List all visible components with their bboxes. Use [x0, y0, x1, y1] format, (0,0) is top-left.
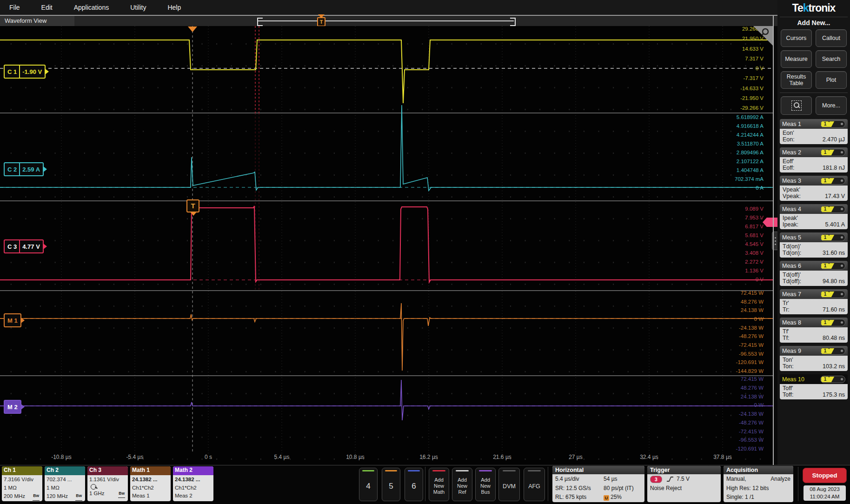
overview-bracket-left[interactable]	[257, 18, 263, 26]
source-channel-pill[interactable]: 1	[820, 262, 845, 270]
side-button[interactable]: Results Table	[781, 71, 812, 89]
measurement-badge[interactable]: Meas 7 1 Tr' Tr:71.60 ns	[780, 289, 848, 314]
overview-track[interactable]	[258, 20, 514, 21]
menu-file[interactable]: File	[9, 4, 20, 11]
measurement-body[interactable]: Ton' Ton:103.2 ns	[780, 356, 848, 371]
expand-dot-icon	[841, 208, 843, 210]
source-channel-pill[interactable]: 1	[820, 319, 845, 326]
bandwidth-icon: Bw	[33, 492, 40, 501]
overview-bracket-right[interactable]	[510, 18, 516, 26]
menu-edit[interactable]: Edit	[41, 4, 53, 11]
source-channel-pill[interactable]: 1	[820, 376, 845, 383]
add-new-heading: Add New...	[780, 19, 848, 27]
source-channel-pill[interactable]: 1	[820, 120, 845, 128]
measurement-header[interactable]: Meas 2 1	[780, 147, 848, 157]
measurement-header[interactable]: Meas 5 1	[780, 232, 848, 242]
channel-number-button[interactable]: 4	[359, 468, 378, 501]
measurement-header[interactable]: Meas 9 1	[780, 346, 848, 356]
channel-card-header[interactable]: Math 1	[130, 466, 171, 475]
measurement-badge[interactable]: Meas 6 1 Td(off)' Td(off):94.80 ns	[780, 261, 848, 286]
side-button[interactable]: Callout	[816, 29, 847, 47]
horizontal-panel[interactable]: Horizontal 5.4 µs/div54 µs SR: 12.5 GS/s…	[552, 466, 644, 502]
tab-waveform-view[interactable]: Waveform View	[0, 16, 74, 26]
channel-badge-c1[interactable]: C 1 -1.90 V	[4, 65, 46, 79]
source-channel-pill[interactable]: 1	[820, 149, 845, 156]
measurement-header[interactable]: Meas 1 1	[780, 119, 848, 129]
time-label: 37.8 µs	[704, 454, 741, 463]
channel-badge-c3[interactable]: C 3 4.77 V	[4, 239, 44, 253]
channel-card-header[interactable]: Ch 2	[45, 466, 85, 475]
measurement-body[interactable]: Td(off)' Td(off):94.80 ns	[780, 271, 848, 286]
measurement-badge[interactable]: Meas 3 1 Vpeak' Vpeak:17.43 V	[780, 176, 848, 201]
measurement-body[interactable]: Td(on)' Td(on):31.60 ns	[780, 242, 848, 258]
channel-card-header[interactable]: Math 2	[173, 466, 213, 475]
zoom-select-button[interactable]	[781, 96, 812, 115]
measurement-body[interactable]: Tf' Tf:80.48 ns	[780, 327, 848, 343]
measurement-badge[interactable]: Meas 10 1 Toff' Toff:175.3 ns	[780, 374, 848, 399]
source-channel-pill[interactable]: 1	[820, 234, 845, 241]
time-label: -5.4 µs	[116, 454, 153, 463]
measurement-badge[interactable]: Meas 2 1 Eoff' Eoff:181.8 nJ	[780, 147, 848, 172]
measurement-badge[interactable]: Meas 1 1 Eon' Eon:2.470 µJ	[780, 119, 848, 144]
run-stop-status-button[interactable]: Stopped	[803, 468, 847, 483]
axis-label: -72.415 W	[739, 428, 764, 435]
axis-label: 702.374 mA	[735, 176, 764, 182]
channel-number-button[interactable]: 6	[405, 468, 423, 501]
channel-card[interactable]: Ch 2 702.374 ... 1 MΩ 120 MHzBw	[45, 466, 85, 501]
measurement-expr: Vpeak'	[783, 186, 845, 193]
side-button[interactable]: Search	[816, 50, 847, 68]
side-button[interactable]: Plot	[816, 71, 847, 89]
menu-help[interactable]: Help	[167, 4, 181, 11]
channel-card-body: 7.3166 V/div 1 MΩ 200 MHzBw	[2, 475, 42, 501]
measurement-header[interactable]: Meas 4 1	[780, 204, 848, 214]
measurement-header[interactable]: Meas 10 1	[780, 374, 848, 384]
measurement-body[interactable]: Eon' Eon:2.470 µJ	[780, 129, 848, 144]
measurement-header[interactable]: Meas 7 1	[780, 289, 848, 299]
measurement-header[interactable]: Meas 3 1	[780, 176, 848, 186]
channel-card-header[interactable]: Ch 1	[2, 466, 42, 475]
channel-badge-c2[interactable]: C 2 2.59 A	[4, 162, 44, 176]
channel-card-header[interactable]: Ch 3	[87, 466, 128, 475]
measurement-name: Meas 8	[782, 319, 801, 326]
misc-button[interactable]: DVM	[498, 468, 520, 501]
side-button[interactable]: Measure	[781, 50, 812, 68]
misc-button[interactable]: AFG	[524, 468, 545, 501]
measurement-badge[interactable]: Meas 8 1 Tf' Tf:80.48 ns	[780, 318, 848, 343]
menu-applications[interactable]: Applications	[74, 4, 109, 11]
channel-card[interactable]: Math 1 24.1382 ... Ch1*Ch2 Meas 1	[130, 466, 171, 501]
menu-utility[interactable]: Utility	[130, 4, 146, 11]
measurement-body[interactable]: Vpeak' Vpeak:17.43 V	[780, 186, 848, 201]
source-channel-pill[interactable]: 1	[820, 347, 845, 355]
overview-trigger-t-icon[interactable]: T	[317, 17, 325, 27]
measurement-body[interactable]: Toff' Toff:175.3 ns	[780, 384, 848, 399]
source-channel-pill[interactable]: 1	[820, 291, 845, 298]
channel-card[interactable]: Ch 3 1.1361 V/div 1 GHzBw	[87, 466, 128, 501]
side-button[interactable]: Cursors	[781, 29, 812, 47]
trigger-t-badge[interactable]: T	[186, 199, 199, 212]
channel-number-button[interactable]: 5	[382, 468, 400, 501]
channel-badge-m2[interactable]: M 2	[4, 400, 21, 414]
add-source-button[interactable]: Add New Ref	[452, 468, 472, 501]
measurement-badge[interactable]: Meas 4 1 Ipeak' Ipeak:5.401 A	[780, 204, 848, 229]
measurement-badge[interactable]: Meas 5 1 Td(on)' Td(on):31.60 ns	[780, 232, 848, 258]
measurement-badge[interactable]: Meas 9 1 Ton' Ton:103.2 ns	[780, 346, 848, 371]
more-button[interactable]: More...	[816, 96, 847, 115]
measurement-body[interactable]: Tr' Tr:71.60 ns	[780, 299, 848, 314]
measurement-label: Tr:	[783, 306, 790, 313]
channel-badge-m1[interactable]: M 1	[4, 313, 21, 327]
add-source-button[interactable]: Add New Math	[429, 468, 449, 501]
trigger-panel[interactable]: Trigger 3 7.5 V Noise Reject	[647, 466, 721, 502]
measurement-body[interactable]: Eoff' Eoff:181.8 nJ	[780, 157, 848, 172]
source-channel-pill[interactable]: 1	[820, 177, 845, 185]
trigger-position-icon[interactable]	[188, 27, 197, 32]
measurement-header[interactable]: Meas 8 1	[780, 318, 848, 327]
source-channel-pill[interactable]: 1	[820, 206, 845, 213]
add-source-button[interactable]: Add New Bus	[475, 468, 496, 501]
measurement-body[interactable]: Ipeak' Ipeak:5.401 A	[780, 214, 848, 229]
measurement-expr: Eon'	[783, 130, 845, 136]
acquisition-panel[interactable]: Acquisition Manual,Analyze High Res: 12 …	[724, 466, 793, 502]
channel-card[interactable]: Ch 1 7.3166 V/div 1 MΩ 200 MHzBw	[2, 466, 42, 501]
measurement-header[interactable]: Meas 6 1	[780, 261, 848, 271]
channel-card[interactable]: Math 2 24.1382 ... Ch1*Ch2 Meas 2	[173, 466, 213, 501]
axis-label: 2.107122 A	[737, 158, 764, 165]
